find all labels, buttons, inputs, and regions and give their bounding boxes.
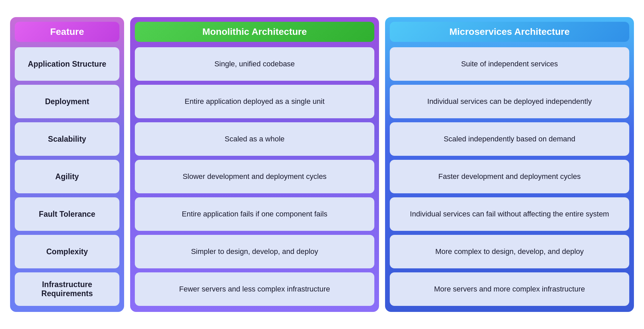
comparison-table: Feature Application Structure Deployment… [10,17,634,312]
microservices-column-header: Microservices Architecture [390,22,629,42]
monolithic-cell-4: Entire application fails if one componen… [135,197,374,231]
microservices-column: Microservices Architecture Suite of inde… [385,17,634,312]
monolithic-cell-2: Scaled as a whole [135,122,374,156]
feature-column-header: Feature [15,22,119,42]
microservices-cell-0: Suite of independent services [390,47,629,81]
microservices-cell-3: Faster development and deployment cycles [390,160,629,193]
feature-column: Feature Application Structure Deployment… [10,17,124,312]
monolithic-cell-5: Simpler to design, develop, and deploy [135,235,374,268]
feature-cell-2: Scalability [15,122,119,156]
monolithic-column: Monolithic Architecture Single, unified … [130,17,379,312]
monolithic-column-header: Monolithic Architecture [135,22,374,42]
monolithic-cell-6: Fewer servers and less complex infrastru… [135,272,374,306]
monolithic-cell-0: Single, unified codebase [135,47,374,81]
feature-cell-0: Application Structure [15,47,119,81]
feature-cell-1: Deployment [15,85,119,118]
feature-cell-6: Infrastructure Requirements [15,272,119,306]
monolithic-cell-1: Entire application deployed as a single … [135,85,374,118]
microservices-cell-2: Scaled independently based on demand [390,122,629,156]
feature-cell-4: Fault Tolerance [15,197,119,231]
microservices-cell-1: Individual services can be deployed inde… [390,85,629,118]
microservices-cell-6: More servers and more complex infrastruc… [390,272,629,306]
feature-cell-5: Complexity [15,235,119,268]
feature-cell-3: Agility [15,160,119,193]
monolithic-cell-3: Slower development and deployment cycles [135,160,374,193]
microservices-cell-5: More complex to design, develop, and dep… [390,235,629,268]
microservices-cell-4: Individual services can fail without aff… [390,197,629,231]
